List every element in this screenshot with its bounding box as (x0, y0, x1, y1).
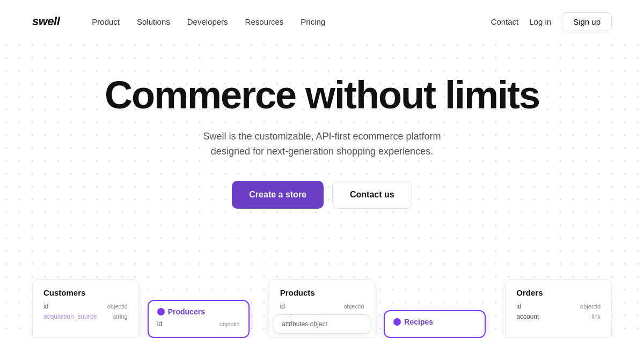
nav-resources[interactable]: Resources (245, 17, 284, 26)
customers-row-2: acquisition_source string (43, 313, 128, 320)
products-row-1: id objectid (280, 303, 364, 310)
hero-buttons: Create a store Contact us (232, 181, 412, 209)
producers-linked-card: Producers id objectid (148, 300, 250, 338)
customers-card: Customers id objectid acquisition_source… (32, 279, 139, 338)
nav-pricing[interactable]: Pricing (301, 17, 325, 26)
customers-type-acquisition: string (113, 313, 128, 320)
producers-field-id: id (157, 320, 162, 328)
nav-actions: Contact Log in Sign up (491, 12, 612, 31)
create-store-button[interactable]: Create a store (232, 181, 324, 209)
customers-field-acquisition: acquisition_source (43, 313, 97, 320)
recipes-card-title: Recipes (393, 318, 476, 326)
nav-login[interactable]: Log in (529, 17, 551, 26)
hero-section: Commerce without limits Swell is the cus… (0, 43, 644, 209)
hero-subtitle: Swell is the customizable, API-first eco… (193, 129, 451, 160)
attributes-object-label: attributes object (282, 320, 362, 328)
recipes-linked-card: Recipes (384, 310, 486, 338)
nav-contact[interactable]: Contact (491, 17, 519, 26)
producers-card-title: Producers (157, 307, 240, 316)
logo[interactable]: swell (32, 14, 60, 28)
recipes-gear-icon (393, 318, 401, 326)
navbar: swell Product Solutions Developers Resou… (0, 0, 644, 43)
orders-row-1: id objectid (516, 303, 601, 310)
nav-signup-button[interactable]: Sign up (562, 12, 612, 31)
producers-type-id: objectid (219, 321, 240, 327)
customers-card-title: Customers (43, 288, 128, 297)
gear-icon (157, 308, 165, 315)
orders-card-title: Orders (516, 288, 601, 297)
orders-type-account: link (592, 313, 601, 320)
contact-us-button[interactable]: Contact us (332, 181, 412, 209)
producers-row-1: id objectid (157, 320, 240, 328)
orders-field-account: account (516, 313, 539, 320)
orders-field-id: id (516, 303, 521, 310)
products-card-title: Products (280, 288, 364, 297)
attributes-object-area: attributes object (274, 314, 370, 334)
customers-row-1: id objectid (43, 303, 128, 310)
nav-product[interactable]: Product (92, 17, 120, 26)
nav-solutions[interactable]: Solutions (137, 17, 170, 26)
products-type-id: objectid (343, 303, 364, 310)
hero-title: Commerce without limits (105, 75, 539, 116)
customers-type-id: objectid (107, 303, 128, 310)
customers-field-id: id (43, 303, 48, 310)
orders-card: Orders id objectid account link (505, 279, 612, 338)
nav-developers[interactable]: Developers (187, 17, 228, 26)
nav-links: Product Solutions Developers Resources P… (92, 17, 491, 26)
orders-type-id: objectid (580, 303, 601, 310)
orders-row-2: account link (516, 313, 601, 320)
products-field-id: id (280, 303, 285, 310)
